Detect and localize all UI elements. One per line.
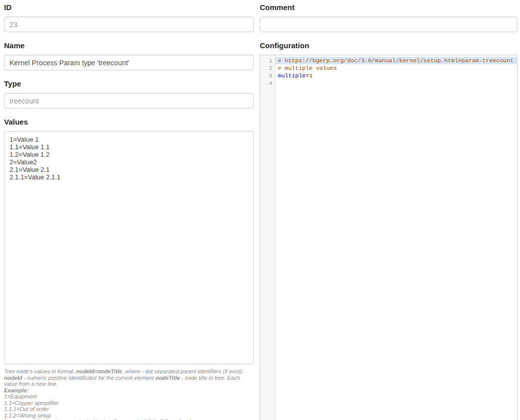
type-label: Type (4, 79, 254, 88)
code-line: 2# multiple values (260, 64, 517, 72)
name-input[interactable] (4, 55, 254, 70)
name-label: Name (4, 41, 254, 50)
values-help-line: 1=Equipment (4, 393, 254, 400)
code-line-content: multiple=1 (275, 72, 517, 79)
values-textarea[interactable]: 1=Value 1 1.1=Value 1.1 1.2=Value 1.2 2=… (4, 131, 254, 364)
values-help: Tree node's values in format .nodeId=nod… (4, 368, 254, 420)
configuration-code-lines: 1# https://bgerp.org/doc/3.0/manual/kern… (260, 55, 517, 87)
comment-input[interactable] (260, 17, 517, 32)
line-number-gutter (260, 55, 275, 420)
id-label: ID (4, 3, 254, 12)
code-line-content (275, 79, 517, 87)
comment-label: Comment (260, 3, 517, 12)
code-line-content: # multiple values (275, 64, 517, 72)
code-line: 1# https://bgerp.org/doc/3.0/manual/kern… (260, 57, 517, 64)
values-help-line: 1.1.1=Out of order (4, 406, 254, 412)
code-line: 4 (260, 79, 517, 87)
left-column: ID Name Type Values 1=Value 1 1.1=Value … (4, 0, 254, 420)
values-help-line: 1.1.2=Wrong setup (4, 412, 254, 419)
code-line: 3multiple=1 (260, 72, 517, 79)
line-number: 4 (260, 79, 275, 87)
code-line-content: # https://bgerp.org/doc/3.0/manual/kerne… (275, 57, 517, 64)
right-column: Comment Configuration 1# https://bgerp.o… (260, 0, 517, 420)
line-number: 1 (260, 57, 275, 64)
configuration-editor[interactable]: 1# https://bgerp.org/doc/3.0/manual/kern… (260, 55, 517, 420)
values-help-line: Example: (4, 387, 254, 394)
id-input[interactable] (4, 17, 254, 32)
configuration-label: Configuration (260, 41, 517, 50)
line-number: 3 (260, 72, 275, 79)
values-help-line: Tree node's values in format .nodeId=nod… (4, 368, 254, 387)
values-label: Values (4, 118, 254, 127)
type-input[interactable] (4, 93, 254, 109)
values-help-line: 1.1=Copper apmplifier (4, 400, 254, 406)
line-number: 2 (260, 64, 275, 72)
param-edit-form: ID Name Type Values 1=Value 1 1.1=Value … (0, 0, 520, 420)
